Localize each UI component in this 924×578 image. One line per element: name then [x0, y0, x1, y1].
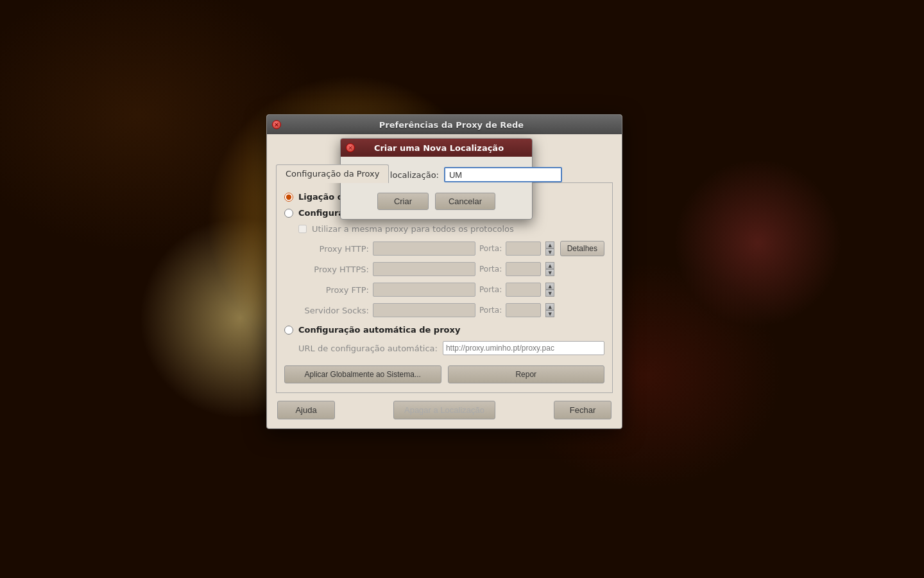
- window-title: Preferências da Proxy de Rede: [286, 120, 617, 130]
- checkbox-same-proxy-label: Utilizar a mesma proxy para todos os pro…: [312, 224, 514, 234]
- close-button[interactable]: ×: [272, 120, 281, 129]
- checkbox-same-proxy-row: Utilizar a mesma proxy para todos os pro…: [298, 224, 604, 234]
- proxy-socks-label: Servidor Socks:: [298, 306, 369, 315]
- spin-up-ftp-icon: ▲: [545, 283, 554, 290]
- spin-down-ftp-icon: ▼: [545, 290, 554, 297]
- dialog-title: Criar uma Nova Localização: [360, 143, 518, 153]
- proxy-ftp-row: Proxy FTP: Porta: ▲ ▼: [298, 281, 604, 298]
- cancel-button[interactable]: Cancelar: [435, 193, 495, 210]
- checkbox-same-proxy: [298, 225, 307, 233]
- repor-button[interactable]: Repor: [448, 365, 605, 383]
- proxy-ftp-port-label: Porta:: [479, 285, 502, 294]
- proxy-https-port-input: [506, 262, 541, 276]
- proxy-socks-row: Servidor Socks: Porta: ▲ ▼: [298, 302, 604, 319]
- proxy-ftp-label: Proxy FTP:: [298, 285, 369, 295]
- proxy-http-label: Proxy HTTP:: [298, 244, 369, 254]
- spin-down-socks-icon: ▼: [545, 310, 554, 317]
- delete-location-button[interactable]: Apagar a Localização: [393, 401, 495, 419]
- proxy-socks-port-label: Porta:: [479, 306, 502, 315]
- proxy-fields: Proxy HTTP: Porta: ▲ ▼ Detalhes Proxy HT…: [298, 240, 604, 319]
- spin-up-https-icon: ▲: [545, 262, 554, 269]
- auto-url-input: [443, 341, 604, 355]
- auto-url-row: URL de configuração automática:: [298, 341, 604, 355]
- proxy-http-row: Proxy HTTP: Porta: ▲ ▼ Detalhes: [298, 240, 604, 257]
- apply-globally-button[interactable]: Aplicar Globalmente ao Sistema...: [284, 365, 441, 383]
- proxy-http-port-input: [506, 241, 541, 256]
- proxy-http-spinner: ▲ ▼: [545, 241, 554, 256]
- spin-down-icon: ▼: [545, 249, 554, 256]
- location-name-input[interactable]: [444, 167, 562, 182]
- proxy-socks-spinner: ▲ ▼: [545, 303, 554, 317]
- proxy-http-input: [373, 241, 475, 256]
- proxy-https-spinner: ▲ ▼: [545, 262, 554, 276]
- details-button[interactable]: Detalhes: [560, 241, 604, 256]
- tab-proxy-config[interactable]: Configuração da Proxy: [276, 164, 389, 183]
- footer-buttons: Ajuda Apagar a Localização Fechar: [276, 401, 613, 419]
- dialog-buttons: Criar Cancelar: [350, 193, 523, 210]
- help-button[interactable]: Ajuda: [277, 401, 335, 419]
- title-bar: × Preferências da Proxy de Rede: [267, 115, 622, 134]
- radio-direct[interactable]: [284, 193, 293, 202]
- radio-manual[interactable]: [284, 209, 293, 218]
- proxy-http-port-label: Porta:: [479, 244, 502, 253]
- spin-up-socks-icon: ▲: [545, 303, 554, 310]
- auto-url-label: URL de configuração automática:: [298, 344, 438, 353]
- close-button[interactable]: Fechar: [554, 401, 612, 419]
- radio-auto[interactable]: [284, 326, 293, 335]
- radio-auto-option: Configuração automática de proxy: [284, 325, 604, 335]
- spin-up-icon: ▲: [545, 241, 554, 249]
- proxy-ftp-port-input: [506, 283, 541, 297]
- radio-auto-label: Configuração automática de proxy: [298, 325, 460, 335]
- proxy-ftp-input: [373, 283, 475, 297]
- spin-down-https-icon: ▼: [545, 269, 554, 276]
- proxy-socks-port-input: [506, 303, 541, 317]
- create-button[interactable]: Criar: [377, 193, 429, 210]
- proxy-socks-input: [373, 303, 475, 317]
- bottom-action-buttons: Aplicar Globalmente ao Sistema... Repor: [284, 365, 604, 383]
- proxy-ftp-spinner: ▲ ▼: [545, 283, 554, 297]
- dialog-title-bar: × Criar uma Nova Localização: [341, 139, 532, 157]
- proxy-https-input: [373, 262, 475, 276]
- proxy-https-label: Proxy HTTPS:: [298, 265, 369, 274]
- proxy-https-port-label: Porta:: [479, 265, 502, 274]
- dialog-close-button[interactable]: ×: [346, 143, 355, 152]
- proxy-https-row: Proxy HTTPS: Porta: ▲ ▼: [298, 261, 604, 277]
